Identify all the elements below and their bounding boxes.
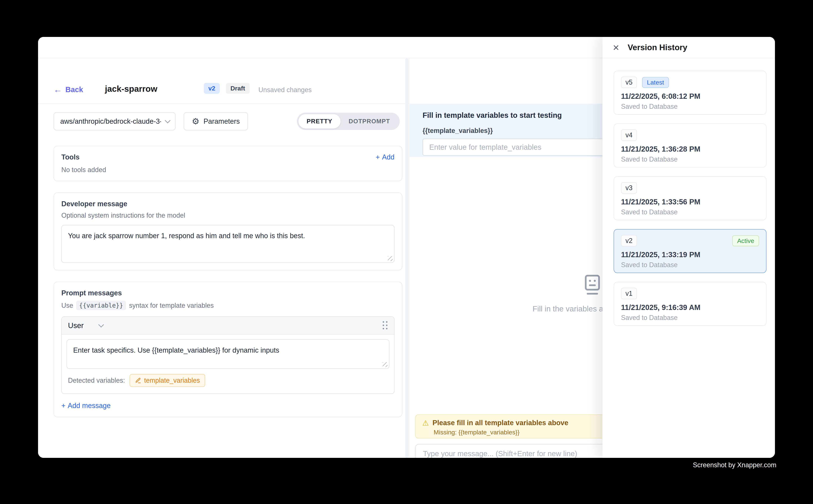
warning-icon: ⚠	[422, 419, 429, 427]
version-timestamp: 11/21/2025, 1:36:28 PM	[621, 145, 759, 153]
parameters-button[interactable]: ⚙ Parameters	[184, 112, 248, 130]
version-card[interactable]: v5 Latest 11/22/2025, 6:08:12 PM Saved t…	[614, 71, 766, 115]
role-label: User	[68, 321, 83, 330]
message-body: Enter task specifics. Use {{template_var…	[62, 335, 394, 369]
prompt-message-textarea[interactable]: Enter task specifics. Use {{template_var…	[66, 339, 389, 369]
developer-message-value: You are jack sparrow number 1, respond a…	[68, 232, 305, 240]
detected-variables-row: Detected variables: template_variables	[62, 369, 394, 394]
developer-message-textarea[interactable]: You are jack sparrow number 1, respond a…	[61, 225, 394, 263]
view-mode-toggle: PRETTY DOTPROMPT	[297, 113, 400, 130]
prompt-message-block: User Enter task specifics. Use {{templat…	[61, 316, 394, 394]
version-number-badge: v4	[621, 129, 637, 141]
version-save-status: Saved to Database	[621, 314, 759, 322]
watermark-text: Screenshot by Xnapper.com	[693, 461, 776, 469]
editor-column: ← Back jack-sparrow v2 Draft Unsaved cha…	[38, 58, 409, 458]
tools-empty-text: No tools added	[61, 166, 394, 174]
prompt-messages-label: Prompt messages	[61, 289, 394, 297]
version-number-badge: v3	[621, 182, 637, 194]
version-card[interactable]: v1 11/21/2025, 9:16:39 AM Saved to Datab…	[614, 282, 766, 326]
app-window: ← Back jack-sparrow v2 Draft Unsaved cha…	[38, 37, 775, 458]
version-timestamp: 11/21/2025, 9:16:39 AM	[621, 303, 759, 312]
prompt-messages-card: Prompt messages Use {{variable}} syntax …	[54, 282, 402, 417]
version-card[interactable]: v4 11/21/2025, 1:36:28 PM Saved to Datab…	[614, 124, 766, 167]
developer-message-label: Developer message	[61, 200, 394, 208]
detected-variables-label: Detected variables:	[68, 377, 125, 384]
tab-pretty[interactable]: PRETTY	[298, 114, 340, 128]
version-history-title: Version History	[628, 43, 687, 52]
tools-label: Tools	[61, 153, 80, 161]
version-list: v5 Latest 11/22/2025, 6:08:12 PM Saved t…	[602, 58, 775, 326]
resize-handle[interactable]	[388, 256, 393, 261]
drag-handle-icon[interactable]	[383, 321, 388, 330]
draft-badge: Draft	[226, 83, 250, 94]
robot-icon	[583, 274, 602, 296]
resize-handle[interactable]	[383, 362, 387, 367]
model-selector-value: aws/anthropic/bedrock-claude-3-5-s...	[60, 117, 161, 125]
scrollbar[interactable]	[405, 58, 409, 458]
add-message-label: Add message	[68, 402, 110, 410]
detected-variable-name: template_variables	[144, 377, 200, 384]
detected-variable-chip[interactable]: template_variables	[130, 374, 205, 387]
variable-syntax-chip: {{variable}}	[76, 301, 126, 310]
close-icon[interactable]: ×	[613, 42, 619, 53]
pencil-icon	[135, 377, 141, 384]
model-toolbar: aws/anthropic/bedrock-claude-3-5-s... ⚙ …	[54, 112, 400, 130]
version-timestamp: 11/21/2025, 1:33:56 PM	[621, 198, 759, 206]
tools-card: Tools + Add No tools added	[54, 146, 402, 181]
back-arrow-icon: ←	[54, 85, 62, 94]
editor-cards: Tools + Add No tools added Developer mes…	[38, 130, 409, 417]
gear-icon: ⚙	[192, 117, 199, 126]
plus-icon: +	[376, 153, 380, 161]
version-history-header: × Version History	[602, 37, 775, 58]
version-timestamp: 11/22/2025, 6:08:12 PM	[621, 92, 759, 100]
version-timestamp: 11/21/2025, 1:33:19 PM	[621, 251, 759, 259]
plus-icon: +	[61, 402, 65, 410]
syntax-suffix: syntax for template variables	[129, 302, 214, 309]
syntax-prefix: Use	[61, 302, 73, 309]
warning-title: Please fill in all template variables ab…	[433, 419, 568, 427]
document-header: ← Back jack-sparrow v2 Draft Unsaved cha…	[38, 58, 409, 104]
add-tool-button[interactable]: + Add	[376, 153, 394, 161]
message-header: User	[62, 317, 394, 335]
version-card[interactable]: v2 Active 11/21/2025, 1:33:19 PM Saved t…	[614, 229, 766, 273]
parameters-label: Parameters	[204, 117, 240, 125]
version-number-badge: v5	[621, 77, 637, 88]
version-card[interactable]: v3 11/21/2025, 1:33:56 PM Saved to Datab…	[614, 176, 766, 220]
version-save-status: Saved to Database	[621, 261, 759, 269]
page-title: jack-sparrow	[105, 84, 157, 94]
developer-message-sublabel: Optional system instructions for the mod…	[61, 212, 394, 219]
version-badge: v2	[204, 83, 220, 94]
prompt-message-value: Enter task specifics. Use {{template_var…	[73, 346, 279, 354]
back-label: Back	[65, 85, 83, 94]
version-status-badge: Latest	[642, 77, 669, 88]
version-history-panel: × Version History v5 Latest 11/22/2025, …	[602, 37, 775, 458]
version-status-badge: Active	[732, 235, 759, 246]
chevron-down-icon	[165, 118, 170, 123]
version-number-badge: v1	[621, 288, 637, 299]
model-selector[interactable]: aws/anthropic/bedrock-claude-3-5-s...	[54, 112, 175, 130]
version-save-status: Saved to Database	[621, 103, 759, 110]
chevron-down-icon	[98, 322, 104, 328]
back-button[interactable]: ← Back	[54, 85, 83, 94]
developer-message-card: Developer message Optional system instru…	[54, 193, 402, 270]
version-save-status: Saved to Database	[621, 208, 759, 216]
role-selector[interactable]: User	[68, 321, 102, 330]
unsaved-changes-text: Unsaved changes	[259, 86, 312, 94]
add-tool-label: Add	[382, 153, 394, 161]
add-message-button[interactable]: + Add message	[61, 402, 394, 410]
version-number-badge: v2	[621, 235, 637, 246]
syntax-hint: Use {{variable}} syntax for template var…	[61, 301, 394, 310]
tab-dotprompt[interactable]: DOTPROMPT	[341, 114, 398, 128]
version-save-status: Saved to Database	[621, 155, 759, 163]
